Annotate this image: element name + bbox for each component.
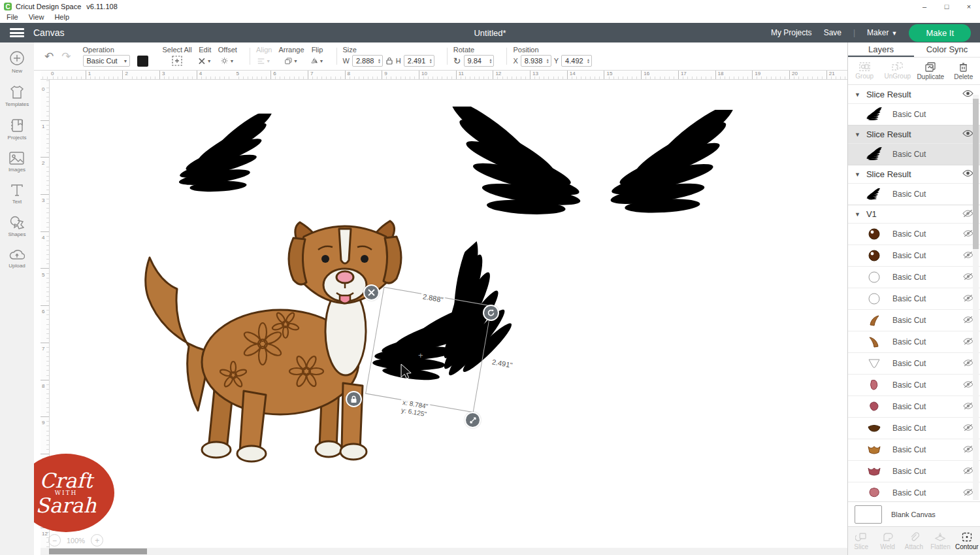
lock-icon[interactable] [385, 56, 393, 65]
layer-row[interactable]: Basic Cut [848, 439, 980, 460]
resize-handle[interactable] [465, 412, 481, 428]
layer-group-slice-result-1[interactable]: ▼ Slice Result Basic Cut [848, 86, 980, 126]
width-input[interactable]: 2.888 ▲▼ [352, 55, 383, 67]
machine-selector[interactable]: Maker▼ [867, 28, 897, 37]
visibility-hidden-icon[interactable] [963, 380, 973, 390]
wing-shape-selected[interactable] [367, 284, 490, 407]
color-swatch[interactable] [137, 56, 148, 67]
sidebar-item-projects[interactable]: Projects [8, 118, 27, 141]
undo-button[interactable]: ↶ [44, 50, 54, 63]
make-it-button[interactable]: Make It [909, 24, 971, 42]
select-all-button[interactable] [171, 55, 184, 67]
edit-button[interactable]: ▼ [199, 55, 212, 67]
operation-select[interactable]: Basic Cut ▼ [83, 55, 130, 67]
contour-button[interactable]: Contour [954, 532, 980, 550]
visibility-hidden-icon[interactable] [963, 294, 973, 304]
sidebar-item-text[interactable]: Text [10, 184, 24, 205]
visibility-hidden-icon[interactable] [963, 359, 973, 369]
horizontal-scrollbar[interactable] [41, 548, 847, 555]
layer-row[interactable]: Basic Cut [848, 143, 980, 165]
redo-button[interactable]: ↷ [61, 50, 71, 63]
visibility-eye-icon[interactable] [962, 90, 973, 99]
sidebar-item-new[interactable]: New [9, 50, 25, 74]
layer-thumbnail-triangle-outline [866, 357, 882, 370]
tab-color-sync[interactable]: Color Sync [914, 42, 980, 57]
layer-row[interactable]: Basic Cut [848, 374, 980, 395]
visibility-hidden-icon[interactable] [963, 445, 973, 455]
sidebar-item-templates[interactable]: Templates [5, 85, 29, 107]
layer-row[interactable]: Basic Cut [848, 266, 980, 288]
visibility-hidden-icon[interactable] [963, 316, 973, 326]
sidebar-item-shapes[interactable]: Shapes [8, 216, 25, 237]
delete-handle[interactable] [363, 284, 380, 301]
sidebar-item-upload[interactable]: Upload [8, 248, 25, 269]
wing-shape-pair-right[interactable] [597, 110, 760, 222]
wing-shape-pair-left[interactable] [425, 107, 593, 224]
visibility-hidden-icon[interactable] [963, 273, 973, 282]
menu-help[interactable]: Help [54, 13, 69, 23]
layers-scrollbar-thumb[interactable] [973, 99, 979, 249]
visibility-hidden-icon[interactable] [963, 467, 973, 477]
layer-row[interactable]: Basic Cut [848, 309, 980, 331]
layer-row[interactable]: Basic Cut [848, 460, 980, 482]
pos-x-label: X [513, 57, 517, 65]
design-canvas[interactable]: 0123456789101112131415161718192021 01234… [34, 71, 847, 555]
pos-y-input[interactable]: 4.492 ▲▼ [561, 55, 592, 67]
visibility-hidden-icon[interactable] [963, 229, 973, 239]
menu-view[interactable]: View [29, 13, 44, 23]
layer-row[interactable]: Basic Cut [848, 352, 980, 374]
blank-canvas-layer[interactable]: Blank Canvas [848, 501, 980, 526]
layer-group-v1[interactable]: ▼ V1 Basic Cut Basic Cut Basic Cut [848, 205, 980, 504]
save-link[interactable]: Save [824, 28, 841, 37]
layer-row[interactable]: Basic Cut [848, 183, 980, 205]
tab-layers[interactable]: Layers [848, 42, 914, 57]
visibility-hidden-icon[interactable] [962, 209, 973, 220]
hamburger-menu-icon[interactable] [10, 28, 24, 37]
maximize-button[interactable]: □ [936, 3, 958, 10]
layer-row[interactable]: Basic Cut [848, 223, 980, 244]
visibility-hidden-icon[interactable] [963, 402, 973, 412]
layer-row[interactable]: Basic Cut [848, 244, 980, 266]
offset-button[interactable]: ▼ [221, 55, 234, 67]
visibility-hidden-icon[interactable] [963, 337, 973, 347]
sidebar-item-images[interactable]: Images [8, 152, 25, 173]
layer-group-slice-result-3[interactable]: ▼ Slice Result Basic Cut [848, 165, 980, 205]
dog-artwork[interactable] [129, 220, 403, 463]
zoom-out-button[interactable]: − [48, 534, 61, 547]
attach-button: Attach [901, 531, 927, 550]
minimize-button[interactable]: – [913, 3, 936, 10]
rotate-input[interactable]: 9.84 ▲▼ [464, 55, 495, 67]
collapse-caret-icon[interactable]: ▼ [855, 131, 860, 138]
nav-canvas[interactable]: Canvas [33, 27, 64, 38]
my-projects-link[interactable]: My Projects [771, 28, 812, 37]
horizontal-scrollbar-thumb[interactable] [49, 548, 147, 554]
flip-button[interactable]: ▼ [311, 55, 324, 67]
layer-row[interactable]: Basic Cut [848, 331, 980, 352]
delete-button[interactable]: Delete [947, 62, 980, 80]
height-input[interactable]: 2.491 ▲▼ [404, 55, 434, 67]
layer-row[interactable]: Basic Cut [848, 395, 980, 417]
layer-row[interactable]: Basic Cut [848, 482, 980, 503]
rotate-handle[interactable] [483, 305, 499, 321]
duplicate-button[interactable]: Duplicate [914, 62, 947, 80]
pos-x-input[interactable]: 8.938 ▲▼ [521, 55, 551, 67]
layer-row[interactable]: Basic Cut [848, 417, 980, 439]
layer-row[interactable]: Basic Cut [848, 103, 980, 125]
arrange-button[interactable]: ▼ [285, 55, 298, 67]
collapse-caret-icon[interactable]: ▼ [855, 171, 860, 178]
wing-shape-single[interactable] [178, 109, 284, 204]
menu-file[interactable]: File [7, 13, 18, 23]
collapse-caret-icon[interactable]: ▼ [855, 211, 860, 218]
visibility-hidden-icon[interactable] [963, 488, 973, 498]
lock-handle[interactable] [346, 391, 362, 407]
layer-row[interactable]: Basic Cut [848, 288, 980, 309]
visibility-hidden-icon[interactable] [963, 424, 973, 433]
layer-group-slice-result-2[interactable]: ▼ Slice Result Basic Cut [848, 126, 980, 165]
layers-scrollbar[interactable] [973, 95, 979, 500]
zoom-in-button[interactable]: + [91, 534, 103, 547]
visibility-eye-icon[interactable] [962, 129, 973, 139]
collapse-caret-icon[interactable]: ▼ [855, 92, 860, 98]
visibility-eye-icon[interactable] [962, 169, 973, 179]
visibility-hidden-icon[interactable] [963, 251, 973, 261]
close-button[interactable]: × [958, 3, 980, 10]
